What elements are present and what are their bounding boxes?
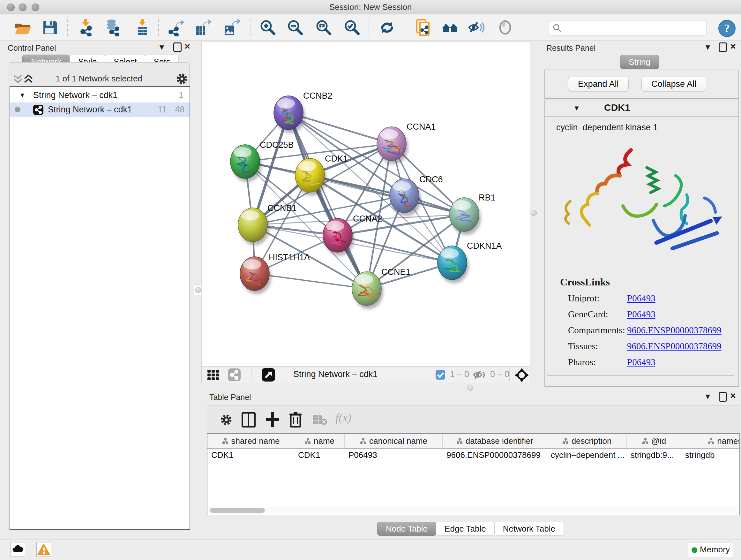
refresh-icon[interactable] — [378, 18, 396, 37]
export-image-icon[interactable] — [222, 18, 240, 37]
table-cell[interactable]: stringdb:9... — [627, 449, 681, 461]
crosslink-link[interactable]: P06493 — [627, 293, 656, 304]
table-cell[interactable]: CDK1 — [294, 449, 345, 461]
network-list: ▼ String Network – cdk1 1 String Network… — [10, 86, 190, 530]
results-panel-title: Results Panel — [546, 44, 596, 53]
node-CDC25B[interactable] — [230, 145, 262, 182]
collection-count: 1 — [179, 88, 184, 103]
tab-edge-table[interactable]: Edge Table — [436, 522, 495, 536]
import-database-icon[interactable] — [104, 18, 122, 37]
search-input[interactable] — [564, 22, 702, 33]
table-panel-title: Table Panel — [209, 393, 251, 402]
hide-unhide-icon[interactable] — [468, 18, 486, 37]
close-panel-icon[interactable]: ✕ — [184, 42, 191, 51]
maximize-panel-icon[interactable] — [719, 43, 727, 52]
grid-view-icon[interactable] — [207, 369, 220, 381]
node-RB1[interactable] — [450, 198, 481, 235]
tab-network-table[interactable]: Network Table — [494, 522, 564, 536]
node-CDC6[interactable] — [390, 179, 421, 216]
show-columns-icon[interactable] — [242, 412, 256, 428]
gear-icon[interactable] — [219, 413, 233, 427]
table-cell[interactable]: CDK1 — [207, 449, 294, 461]
network-canvas[interactable]: CCNB2CCNA1CDC25BCDK1CDC6RB1CCNB1CCNA2CDK… — [201, 42, 530, 366]
cloud-button[interactable] — [10, 542, 25, 557]
node-CCNA2[interactable] — [323, 219, 354, 256]
maximize-panel-icon[interactable] — [173, 43, 182, 52]
warnings-button[interactable] — [37, 542, 51, 557]
search-field[interactable] — [549, 20, 707, 36]
memory-button[interactable]: Memory — [688, 542, 733, 557]
column-header-namespace[interactable]: namespace — [681, 434, 740, 448]
import-network-icon[interactable] — [77, 18, 95, 37]
network-row-selected[interactable]: String Network – cdk1 11 48 — [10, 103, 190, 117]
zoom-fit-icon[interactable] — [314, 18, 332, 37]
zoom-in-icon[interactable] — [259, 18, 276, 37]
results-tab-string[interactable]: String — [620, 55, 659, 69]
node-table[interactable]: shared namenamecanonical namedatabase id… — [207, 433, 740, 515]
column-header-description[interactable]: description — [547, 434, 627, 448]
delete-column-icon[interactable] — [289, 412, 302, 428]
table-cell[interactable]: stringdb — [681, 449, 740, 461]
export-table-icon[interactable] — [194, 18, 212, 37]
add-column-icon[interactable] — [265, 412, 280, 428]
network-overview-icon[interactable] — [228, 368, 241, 381]
float-panel-icon[interactable]: ▼ — [704, 392, 712, 401]
table-cell[interactable]: 9606.ENSP00000378699 — [443, 449, 547, 461]
tab-node-table[interactable]: Node Table — [377, 522, 436, 536]
node-CDKN1A[interactable] — [437, 246, 469, 283]
column-header-name[interactable]: name — [294, 434, 345, 448]
expand-all-icon[interactable] — [23, 73, 36, 85]
edge-CCNB2-CCNE1[interactable] — [288, 113, 367, 289]
birdseye-crosshair-icon[interactable] — [515, 368, 529, 382]
gear-icon[interactable] — [175, 72, 189, 86]
column-header-database-identifier[interactable]: database identifier — [443, 434, 547, 448]
table-cell[interactable]: P06493 — [345, 449, 443, 461]
close-panel-icon[interactable]: ✕ — [730, 42, 736, 51]
home-icon[interactable] — [441, 18, 459, 37]
column-header-canonical-name[interactable]: canonical name — [345, 434, 443, 448]
gene-section-header[interactable]: ▼ CDK1 — [545, 100, 738, 117]
preview-eye-icon[interactable] — [496, 18, 514, 37]
tree-expander-icon[interactable]: ▼ — [19, 88, 25, 103]
help-icon[interactable]: ? — [718, 19, 736, 37]
detach-view-icon[interactable] — [262, 368, 275, 381]
node-HIST1H1A[interactable] — [240, 257, 271, 294]
main-toolbar: ? — [0, 14, 741, 41]
zoom-selected-icon[interactable] — [343, 18, 360, 37]
collapse-all-button[interactable]: Collapse All — [642, 77, 706, 91]
column-header--id[interactable]: @id — [627, 434, 681, 448]
open-session-icon[interactable] — [13, 18, 31, 37]
expand-all-button[interactable]: Expand All — [568, 77, 629, 91]
hidden-eye-icon[interactable] — [473, 370, 486, 380]
crosslink-link[interactable]: P06493 — [627, 357, 656, 368]
node-CCNB2[interactable] — [274, 96, 305, 133]
save-session-icon[interactable] — [41, 18, 59, 37]
node-CCNA1[interactable] — [377, 127, 408, 164]
column-header-shared-name[interactable]: shared name — [207, 434, 294, 448]
selected-checkbox-icon[interactable] — [435, 370, 445, 380]
node-CDK1[interactable] — [295, 159, 327, 196]
table-cell[interactable]: cyclin–dependent ... — [547, 449, 627, 461]
horizontal-splitter-handle[interactable] — [467, 385, 473, 391]
float-panel-icon[interactable]: ▼ — [704, 43, 712, 52]
network-status-dot — [15, 107, 20, 112]
network-collection-row[interactable]: ▼ String Network – cdk1 1 — [10, 88, 190, 103]
crosslink-link[interactable]: 9606.ENSP00000378699 — [627, 325, 722, 335]
table-hscrollbar[interactable] — [207, 507, 738, 514]
close-panel-icon[interactable]: ✕ — [730, 391, 736, 400]
section-expander-icon[interactable]: ▼ — [573, 104, 580, 112]
crosslink-link[interactable]: 9606.ENSP00000378699 — [627, 341, 722, 352]
right-splitter-handle[interactable] — [531, 210, 537, 216]
edge-HIST1H1A-CCNE1[interactable] — [255, 273, 367, 289]
node-count: 11 — [158, 103, 166, 117]
table-header-row: shared namenamecanonical namedatabase id… — [207, 434, 740, 449]
panel-splitter-handle[interactable] — [194, 285, 202, 295]
export-network-icon[interactable] — [166, 18, 185, 37]
float-panel-icon[interactable]: ▼ — [158, 43, 165, 52]
copy-document-icon[interactable] — [415, 18, 433, 37]
node-CCNE1[interactable] — [352, 272, 383, 309]
import-table-icon[interactable] — [133, 18, 151, 37]
crosslink-link[interactable]: P06493 — [627, 309, 656, 320]
maximize-panel-icon[interactable] — [719, 392, 727, 401]
zoom-out-icon[interactable] — [286, 18, 304, 37]
